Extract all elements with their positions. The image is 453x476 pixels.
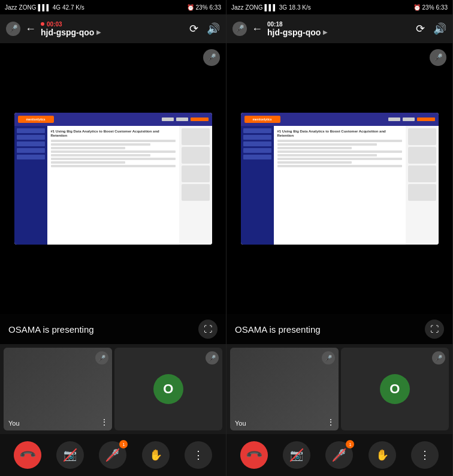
- presentation-area-left: mentionlytics #1 Using Big Data Analytic…: [0, 43, 226, 314]
- time-label: 6:33: [210, 4, 221, 11]
- rotate-icon-right[interactable]: ⟳: [416, 22, 425, 35]
- status-left: Jazz ZONG ▌▌▌ 4G 42.7 K/s: [5, 4, 84, 11]
- participant-label-you-right: You: [235, 420, 246, 427]
- screen-share-right: mentionlytics #1 Using Big Data Analytic…: [241, 113, 439, 245]
- more-options-button-right[interactable]: ⋮: [411, 441, 439, 469]
- nav-item-r: [417, 118, 435, 121]
- sidebar-link: [17, 148, 45, 153]
- expand-button-left[interactable]: ⛶: [198, 320, 218, 339]
- rec-dot: [41, 22, 44, 26]
- content-line: [51, 158, 176, 160]
- aside-card-r: [408, 165, 436, 182]
- more-options-button-left[interactable]: ⋮: [185, 441, 212, 469]
- sidebar-links-right: [241, 126, 274, 245]
- end-call-button-right[interactable]: 📞: [234, 435, 273, 474]
- content-line-r: [277, 158, 402, 160]
- participant-grid-left: 🎤 You ⋮ 🎤 O: [0, 344, 226, 434]
- back-button-left[interactable]: ←: [25, 23, 36, 35]
- sidebar-links: [14, 126, 47, 245]
- header-mic-icon-right: 🎤: [232, 22, 247, 36]
- presenter-bar-right: OSAMA is presenting ⛶: [226, 314, 452, 344]
- recording-indicator: 00:03: [41, 21, 62, 28]
- end-call-button-left[interactable]: 📞: [8, 435, 47, 474]
- call-header-right: 🎤 ← 00:18 hjd-gspg-qoo ▶ ⟳ 🔊: [226, 14, 452, 43]
- participant-tile-o-right: 🎤 O: [341, 348, 449, 430]
- content-line: [51, 150, 176, 153]
- participant-avatar-o-left: O: [153, 374, 183, 404]
- content-line-r: [277, 143, 377, 146]
- carrier2-label: ZONG: [19, 4, 37, 11]
- content-line-r: [277, 140, 402, 142]
- alarm-icon-right: ⏰: [413, 4, 421, 11]
- nav-item: [176, 118, 188, 121]
- content-line: [51, 140, 176, 142]
- aside-card: [182, 128, 210, 145]
- header-icons-right: ⟳ 🔊: [416, 22, 446, 35]
- header-icons-left: ⟳ 🔊: [189, 22, 220, 35]
- participant-avatar-o-right: O: [380, 374, 410, 404]
- sidebar-link: [17, 128, 45, 133]
- content-line-r: [277, 165, 402, 167]
- website-header-right: mentionlytics: [241, 113, 439, 126]
- status-bar-left: Jazz ZONG ▌▌▌ 4G 42.7 K/s ⏰ 23% 6:33: [0, 0, 226, 14]
- mute-badge-count-right: 1: [346, 440, 354, 448]
- aside-cards: [179, 126, 212, 245]
- main-article: #1 Using Big Data Analytics to Boost Cus…: [47, 126, 179, 245]
- aside-card: [182, 147, 210, 164]
- sidebar-link: [17, 135, 45, 140]
- signal-icon: ▌▌▌: [38, 4, 50, 11]
- battery-label: 23%: [196, 4, 208, 11]
- content-line-r: [277, 161, 352, 164]
- call-timer-right: 00:18 hjd-gspg-qoo ▶: [267, 21, 328, 37]
- aside-card-r: [408, 128, 436, 145]
- control-bar-right: 📞 📷 🎤 1 ✋ ⋮: [226, 434, 452, 476]
- camera-off-button-right[interactable]: 📷: [283, 441, 310, 469]
- call-header-left: 🎤 ← 00:03 hjd-gspg-qoo ▶ ⟳ 🔊: [0, 14, 226, 43]
- content-line: [51, 161, 126, 164]
- speaker-icon-left[interactable]: 🔊: [207, 22, 220, 35]
- sidebar-link-r: [243, 135, 271, 140]
- raise-hand-button-left[interactable]: ✋: [142, 441, 170, 469]
- raise-hand-button-right[interactable]: ✋: [369, 441, 396, 469]
- aside-card-r: [408, 147, 436, 164]
- website-content: #1 Using Big Data Analytics to Boost Cus…: [14, 126, 212, 245]
- status-left-right: Jazz ZONG ▌▌▌ 3G 18.3 K/s: [231, 4, 311, 11]
- rotate-icon-left[interactable]: ⟳: [189, 22, 198, 35]
- time-label-right: 6:33: [436, 4, 448, 11]
- participant-options-you-right[interactable]: ⋮: [327, 417, 335, 427]
- sidebar-link-r: [243, 128, 271, 133]
- chevron-icon-left: ▶: [96, 29, 101, 35]
- carrier-label-right: Jazz: [231, 4, 244, 11]
- sidebar-link-r: [243, 148, 271, 153]
- content-line: [51, 154, 150, 156]
- nav-item-r: [403, 118, 415, 121]
- status-right: ⏰ 23% 6:33: [187, 4, 221, 11]
- presenter-bar-left: OSAMA is presenting ⛶: [0, 314, 226, 344]
- camera-off-button-left[interactable]: 📷: [56, 441, 84, 469]
- timer-value-left: 00:03: [47, 21, 62, 28]
- speaker-icon-right[interactable]: 🔊: [433, 22, 446, 35]
- participant-options-you-left[interactable]: ⋮: [100, 417, 108, 427]
- nav-item: [191, 118, 209, 121]
- mute-button-right[interactable]: 🎤 1: [325, 441, 353, 469]
- mute-button-left[interactable]: 🎤 1: [99, 441, 126, 469]
- sidebar-link-r: [243, 155, 271, 159]
- content-line: [51, 165, 176, 167]
- status-right-right: ⏰ 23% 6:33: [413, 4, 448, 11]
- presenter-mute-badge-right: 🎤: [430, 49, 446, 66]
- participant-tile-you-left: 🎤 You ⋮: [4, 348, 112, 430]
- aside-card: [182, 165, 210, 182]
- website-header: mentionlytics: [14, 113, 212, 126]
- carrier2-label-right: ZONG: [246, 4, 263, 11]
- aside-card-r: [408, 184, 436, 201]
- speed-label: 42.7 K/s: [62, 4, 84, 11]
- main-article-right: #1 Using Big Data Analytics to Boost Cus…: [274, 126, 406, 245]
- alarm-icon: ⏰: [187, 4, 194, 11]
- expand-button-right[interactable]: ⛶: [425, 320, 444, 339]
- aside-card: [182, 184, 210, 201]
- timer-value-right: 00:18: [267, 21, 283, 28]
- back-button-right[interactable]: ←: [252, 23, 262, 35]
- sidebar-link: [17, 141, 45, 146]
- aside-cards-right: [406, 126, 439, 245]
- content-line-r: [277, 147, 352, 149]
